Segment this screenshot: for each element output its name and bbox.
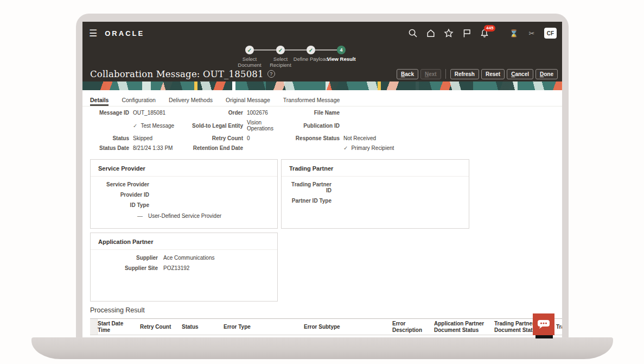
oracle-logo: ORACLE (105, 29, 144, 37)
trading-partner-panel: Trading Partner Trading Partner ID Partn… (281, 159, 469, 229)
user-defined-service-provider-checkbox: — User-Defined Service Provider (137, 213, 271, 219)
col-status: Status (182, 324, 224, 330)
help-icon[interactable]: ? (267, 70, 275, 78)
retry-count-label: Retry Count (191, 135, 243, 141)
app-header: ☰ ORACLE (82, 22, 562, 81)
retry-count-value: 0 (247, 135, 287, 141)
next-button[interactable]: Next (420, 69, 441, 79)
message-id-label: Message ID (90, 110, 129, 116)
done-button[interactable]: Done (535, 69, 558, 79)
partner-id-type-label: Partner ID Type (288, 198, 331, 204)
supplier-value: Ace Communications (163, 255, 214, 261)
response-status-label: Response Status (291, 135, 340, 141)
tab-bar: Details Configuration Delivery Methods O… (82, 93, 562, 106)
tab-original-message[interactable]: Original Message (226, 93, 270, 106)
sold-to-legal-entity-label: Sold-to Legal Entity (191, 123, 243, 129)
trading-partner-title: Trading Partner (282, 160, 469, 177)
status-value: Skipped (133, 135, 187, 141)
order-label: Order (191, 110, 243, 116)
cancel-button[interactable]: Cancel (507, 69, 533, 79)
dash-icon: — (137, 213, 143, 219)
col-error-subtype: Error Subtype (304, 324, 392, 330)
tab-delivery-methods[interactable]: Delivery Methods (169, 93, 213, 106)
supplier-site-label: Supplier Site (97, 265, 158, 271)
status-date-label: Status Date (90, 145, 129, 151)
col-start-date-time: Start Date Time (98, 321, 140, 333)
check-icon: ✓ (343, 145, 348, 151)
table-row-stub (90, 319, 98, 335)
decorative-banner (82, 81, 562, 90)
processing-result-table-header: Start Date Time Retry Count Status Error… (90, 318, 562, 335)
check-icon: ✓ (133, 123, 137, 129)
feedback-chat-button[interactable] (533, 313, 554, 335)
step-done-check-icon[interactable]: ✓ (276, 46, 285, 54)
supplier-site-value: POZ13192 (163, 265, 189, 271)
provider-id-label: Provider ID (97, 192, 149, 198)
col-transform-message: Transform Message (556, 324, 562, 330)
status-date-value: 8/21/24 1:33 PM (133, 145, 187, 151)
response-status-value: Not Received (343, 135, 558, 141)
col-retry-count: Retry Count (140, 324, 182, 330)
processing-result-title: Processing Result (90, 306, 145, 314)
flag-icon[interactable] (461, 28, 472, 39)
sold-to-legal-entity-value: Vision Operations (247, 120, 287, 131)
hourglass-icon[interactable]: ⌛ (508, 28, 519, 39)
laptop-frame: ☰ ORACLE (76, 14, 569, 340)
trading-partner-id-label: Trading Partner ID (288, 181, 331, 193)
primary-recipient-checkbox: ✓ Primary Recipient (343, 145, 558, 151)
step-done-check-icon[interactable]: ✓ (307, 46, 315, 54)
service-provider-panel: Service Provider Service Provider Provid… (90, 159, 278, 229)
order-value: 1002676 (247, 110, 287, 116)
test-message-label: Test Message (141, 123, 174, 129)
step-number[interactable]: 4 (337, 46, 346, 54)
service-provider-title: Service Provider (91, 160, 277, 177)
primary-recipient-label: Primary Recipient (351, 145, 394, 151)
step-done-check-icon[interactable]: ✓ (245, 46, 254, 54)
col-error-type: Error Type (224, 324, 304, 330)
step-view-result[interactable]: 4 View Result (321, 45, 362, 62)
user-avatar[interactable]: CF (544, 28, 557, 39)
scissors-icon[interactable]: ✂ (526, 28, 537, 39)
favorites-star-icon[interactable] (443, 28, 454, 39)
application-partner-title: Application Partner (91, 233, 277, 250)
feedback-widget-base (535, 335, 553, 338)
page-title: Collaboration Message: OUT_185081 (90, 69, 264, 79)
app-screen: ☰ ORACLE (82, 22, 562, 340)
notifications-bell-icon[interactable]: 445 (479, 28, 490, 39)
speech-bubble-icon (537, 319, 550, 329)
tab-configuration[interactable]: Configuration (122, 93, 155, 106)
home-icon[interactable] (425, 28, 436, 39)
step-label: View Result (321, 57, 362, 62)
notification-count-badge: 445 (484, 25, 495, 32)
col-application-partner-document-status: Application Partner Document Status (434, 321, 494, 333)
application-partner-panel: Application Partner SupplierAce Communic… (90, 233, 278, 302)
service-provider-label: Service Provider (97, 181, 149, 187)
button-divider (445, 69, 446, 79)
reset-button[interactable]: Reset (481, 69, 505, 79)
tab-transformed-message[interactable]: Transformed Message (283, 93, 340, 106)
page: ☰ ORACLE (0, 0, 644, 364)
test-message-checkbox: ✓ Test Message (133, 123, 187, 129)
col-error-description: Error Description (392, 321, 434, 333)
details-form: Message ID OUT_185081 Order 1002676 File… (90, 110, 558, 152)
publication-id-label: Publication ID (291, 123, 340, 129)
tab-details[interactable]: Details (90, 93, 109, 106)
laptop-base (31, 337, 613, 359)
message-id-value: OUT_185081 (133, 110, 187, 116)
search-icon[interactable] (407, 28, 418, 39)
file-name-label: File Name (291, 110, 340, 116)
id-type-label: ID Type (97, 202, 149, 208)
back-button[interactable]: Back (397, 69, 418, 79)
supplier-label: Supplier (97, 255, 158, 261)
retention-end-date-label: Retention End Date (191, 145, 243, 151)
hamburger-menu-icon[interactable]: ☰ (89, 29, 97, 38)
refresh-button[interactable]: Refresh (450, 69, 479, 79)
user-defined-service-provider-label: User-Defined Service Provider (148, 213, 221, 219)
status-label: Status (90, 135, 129, 141)
